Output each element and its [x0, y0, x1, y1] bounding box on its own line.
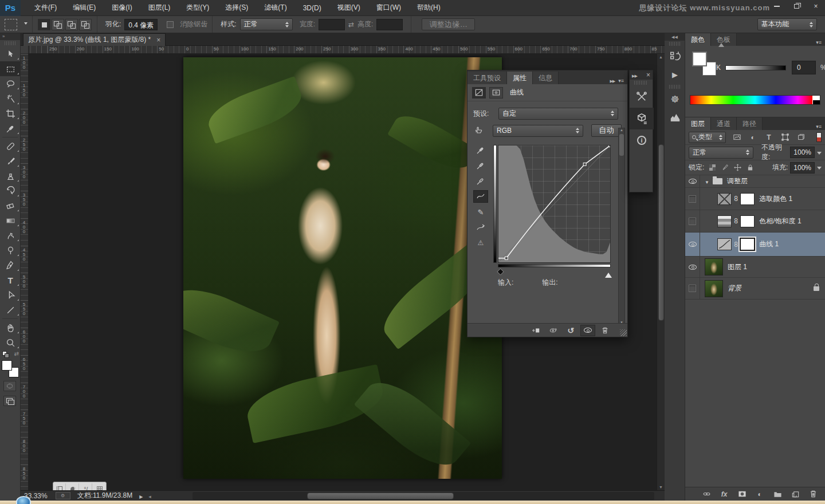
layer-mask-thumbnail-selected[interactable]	[740, 238, 755, 250]
style-dropdown[interactable]: 正常	[240, 18, 293, 30]
blend-mode-dropdown[interactable]: 正常	[689, 147, 753, 159]
auto-button[interactable]: 自动	[591, 124, 622, 137]
opacity-dropdown-icon[interactable]	[817, 152, 822, 157]
foreground-background-swatches[interactable]	[2, 360, 19, 377]
photo-canvas[interactable]	[183, 57, 502, 479]
draw-curve-pencil-icon[interactable]	[473, 206, 488, 218]
move-tool[interactable]	[0, 46, 21, 61]
smudge-tool[interactable]	[0, 228, 21, 243]
refine-edge-button[interactable]: 调整边缘…	[422, 18, 475, 30]
menu-item[interactable]: 选择(S)	[217, 3, 256, 13]
k-slider-track[interactable]	[725, 65, 786, 70]
filter-shape-layers-icon[interactable]	[780, 133, 790, 142]
layer-mask-thumbnail[interactable]	[740, 193, 755, 205]
menu-item[interactable]: 文件(F)	[26, 3, 65, 13]
panel-scroll-thumb[interactable]	[619, 134, 624, 156]
new-layer-icon[interactable]	[788, 489, 803, 500]
tab-properties[interactable]: 属性	[507, 72, 533, 84]
curves-plot[interactable]	[498, 145, 611, 263]
layer-thumbnail[interactable]	[705, 258, 723, 275]
mini-palette-angle-button[interactable]: °/	[81, 483, 92, 490]
ruler-origin-corner[interactable]	[21, 46, 29, 54]
visibility-toggle[interactable]	[685, 210, 700, 232]
screen-mode-button[interactable]	[3, 396, 16, 406]
antialias-checkbox[interactable]	[167, 21, 174, 28]
foreground-color-swatch[interactable]	[2, 360, 12, 371]
k-slider-thumb[interactable]	[718, 40, 724, 47]
info-panel-icon[interactable]: i	[630, 129, 654, 151]
panel-scroll-up-icon[interactable]: ▲	[620, 128, 623, 132]
visibility-toggle[interactable]	[685, 175, 700, 187]
scroll-up-icon[interactable]: ▲	[659, 55, 663, 59]
lock-image-pixels-icon[interactable]	[721, 164, 729, 171]
close-strip-icon[interactable]	[646, 71, 650, 79]
horizontal-ruler[interactable]: 2502001501005005010015020025030035040045…	[29, 46, 665, 54]
feather-input[interactable]: 0.4 像素	[124, 19, 158, 30]
add-layer-mask-icon[interactable]	[734, 489, 749, 500]
width-input[interactable]	[319, 19, 345, 30]
navigator-panel-icon[interactable]	[665, 90, 685, 108]
crop-tool[interactable]	[0, 106, 21, 121]
filter-toggle-switch[interactable]	[816, 132, 822, 142]
tab-color[interactable]: 颜色	[685, 33, 711, 46]
swap-dimensions-icon[interactable]	[348, 21, 354, 29]
tab-paths[interactable]: 路径	[737, 117, 763, 130]
actions-panel-icon[interactable]	[665, 65, 685, 84]
view-previous-state-icon[interactable]	[546, 325, 561, 336]
smooth-curve-icon[interactable]	[473, 221, 488, 234]
reset-adjustment-icon[interactable]	[563, 325, 578, 336]
brush-tool[interactable]	[0, 153, 21, 168]
filter-pixel-layers-icon[interactable]	[732, 133, 742, 142]
restore-button[interactable]	[789, 1, 803, 11]
menu-item[interactable]: 类型(Y)	[178, 3, 217, 13]
workspace-switcher[interactable]: 基本功能	[757, 18, 817, 30]
layer-row-background[interactable]: 背景	[685, 278, 825, 300]
delete-layer-icon[interactable]	[806, 489, 820, 500]
expand-strip-icon[interactable]	[632, 71, 637, 79]
menu-item[interactable]: 滤镜(T)	[256, 3, 294, 13]
layer-row-selective-color[interactable]: 8 选取颜色 1	[685, 188, 825, 210]
dodge-tool[interactable]	[0, 243, 21, 258]
mask-header-icon[interactable]	[489, 87, 503, 99]
hand-tool[interactable]	[0, 320, 21, 335]
close-button[interactable]	[809, 1, 823, 11]
fill-value[interactable]: 100%	[790, 162, 815, 174]
path-selection-tool[interactable]	[0, 288, 21, 302]
pen-tool[interactable]	[0, 258, 21, 273]
vertical-ruler[interactable]: 1001502002503003504004505005506006507007…	[21, 54, 29, 490]
menu-item[interactable]: 3D(D)	[295, 4, 329, 12]
visibility-toggle[interactable]	[685, 233, 700, 256]
white-black-chips[interactable]	[813, 96, 820, 104]
tool-presets-panel-icon[interactable]	[630, 86, 654, 108]
layer-style-icon[interactable]	[717, 489, 732, 500]
marquee-tool-preset-icon[interactable]	[5, 19, 17, 30]
tab-info[interactable]: 信息	[533, 72, 559, 84]
tab-tool-presets[interactable]: 工具预设	[467, 72, 507, 84]
histogram-panel-icon[interactable]	[665, 108, 685, 127]
dock-collapse-icon[interactable]: ◀◀	[665, 33, 685, 41]
black-point-slider[interactable]	[497, 268, 504, 275]
channel-dropdown[interactable]: RGB	[493, 125, 583, 137]
selection-add-button[interactable]	[52, 19, 64, 30]
status-menu-arrow-icon[interactable]	[139, 492, 143, 500]
targeted-adjustment-icon[interactable]	[473, 125, 493, 136]
white-point-slider[interactable]	[605, 269, 612, 278]
layer-row-layer1[interactable]: 图层 1	[685, 257, 825, 278]
color-swatches[interactable]	[692, 52, 716, 76]
lock-all-icon[interactable]	[747, 164, 754, 171]
visibility-toggle[interactable]	[685, 188, 700, 210]
layer-thumbnail[interactable]	[705, 280, 723, 297]
panel-menu-icon[interactable]	[618, 76, 624, 84]
document-close-icon[interactable]	[156, 36, 160, 44]
clipping-warning-icon[interactable]	[473, 237, 488, 249]
filter-type-layers-icon[interactable]	[764, 133, 774, 142]
scroll-down-icon[interactable]: ▼	[659, 485, 663, 489]
layers-panel-menu-icon[interactable]	[816, 122, 822, 130]
foreground-color-swatch[interactable]	[692, 52, 707, 66]
panel-resize-grip[interactable]	[620, 329, 627, 336]
properties-panel-icon[interactable]	[630, 108, 654, 129]
clone-stamp-tool[interactable]	[0, 168, 21, 183]
document-tab[interactable]: 原片.jpg @ 33.3% (曲线 1, 图层蒙版/8) *	[23, 33, 166, 46]
toolbox-collapse-icon[interactable]: »	[0, 33, 20, 40]
zoom-tool[interactable]	[0, 335, 21, 350]
